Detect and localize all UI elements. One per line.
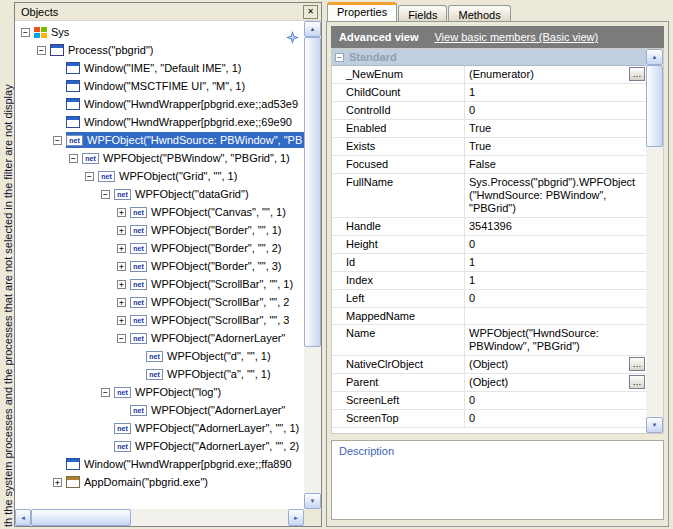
close-button[interactable]: ✕ xyxy=(303,5,318,19)
property-row[interactable]: MappedName xyxy=(332,308,646,325)
scroll-up-icon[interactable]: ▲ xyxy=(304,21,321,37)
tree-node[interactable]: Window("MSCTFIME UI", "M", 1) xyxy=(15,77,304,95)
net-icon: net xyxy=(130,315,147,326)
expand-icon[interactable]: + xyxy=(117,226,126,235)
close-icon: ✕ xyxy=(307,8,314,16)
property-row[interactable]: Id1 xyxy=(332,254,646,272)
collapse-icon[interactable]: − xyxy=(85,172,94,181)
tree-node[interactable]: −netWPFObject("AdornerLayer" xyxy=(15,329,304,347)
net-icon: net xyxy=(130,279,147,290)
property-row[interactable]: FullNameSys.Process("pbgrid").WPFObject … xyxy=(332,174,646,218)
tree-node[interactable]: −netWPFObject("Grid", "", 1) xyxy=(15,167,304,185)
expand-icon[interactable]: + xyxy=(117,316,126,325)
tree-node-label: WPFObject("a", "", 1) xyxy=(167,368,271,380)
tree-node[interactable]: −netWPFObject("log") xyxy=(15,383,304,401)
collapse-icon[interactable]: − xyxy=(117,334,126,343)
scroll-down-icon[interactable]: ▼ xyxy=(304,493,321,509)
tree-node[interactable]: +netWPFObject("ScrollBar", "", 2 xyxy=(15,293,304,311)
property-row[interactable]: Left0 xyxy=(332,290,646,308)
collapse-icon[interactable]: − xyxy=(69,154,78,163)
tree-node[interactable]: Window("IME", "Default IME", 1) xyxy=(15,59,304,77)
property-group-standard[interactable]: − Standard xyxy=(332,49,646,66)
collapse-icon[interactable]: − xyxy=(53,136,62,145)
scroll-track[interactable] xyxy=(646,65,663,417)
scroll-thumb[interactable] xyxy=(646,65,663,147)
property-row[interactable]: NativeClrObject(Object)… xyxy=(332,356,646,374)
expand-icon[interactable]: + xyxy=(117,208,126,217)
tree-node-label: WPFObject("AdornerLayer" xyxy=(151,404,285,416)
collapse-icon[interactable]: − xyxy=(335,53,344,62)
process-icon xyxy=(50,44,64,56)
expand-icon[interactable]: + xyxy=(117,280,126,289)
tree-node[interactable]: Window("HwndWrapper[pbgrid.exe;;69e90 xyxy=(15,113,304,131)
basic-view-link[interactable]: View basic members (Basic view) xyxy=(434,31,598,43)
property-row[interactable]: ScreenLeft0 xyxy=(332,392,646,410)
scroll-right-icon[interactable]: ► xyxy=(288,509,304,526)
scroll-track[interactable] xyxy=(31,509,288,526)
property-value: Sys.Process("pbgrid").WPFObject ("HwndSo… xyxy=(465,174,646,217)
tree-node[interactable]: +netWPFObject("ScrollBar", "", 3 xyxy=(15,311,304,329)
tree-horizontal-scrollbar[interactable]: ◄ ► xyxy=(15,509,304,526)
tree-node[interactable]: netWPFObject("a", "", 1) xyxy=(15,365,304,383)
tree-node[interactable]: −Process("pbgrid") xyxy=(15,41,304,59)
tree-node[interactable]: Window("HwndWrapper[pbgrid.exe;;ffa890 xyxy=(15,455,304,473)
window-icon xyxy=(66,80,80,92)
tree-node[interactable]: −Sys xyxy=(15,23,304,41)
property-row[interactable]: ChildCount1 xyxy=(332,84,646,102)
ellipsis-button[interactable]: … xyxy=(629,67,645,81)
net-icon: net xyxy=(114,441,131,452)
property-row[interactable]: Handle3541396 xyxy=(332,218,646,236)
property-row[interactable]: NameWPFObject("HwndSource: PBWindow", "P… xyxy=(332,325,646,356)
property-row[interactable]: Parent(Object)… xyxy=(332,374,646,392)
tree-node-label: Window("HwndWrapper[pbgrid.exe;;ad53e9 xyxy=(84,98,298,110)
tree-node[interactable]: netWPFObject("d", "", 1) xyxy=(15,347,304,365)
tree-vertical-scrollbar[interactable]: ▲ ▼ xyxy=(304,21,321,509)
tree-node[interactable]: +netWPFObject("ScrollBar", "", 1) xyxy=(15,275,304,293)
ellipsis-button[interactable]: … xyxy=(629,375,645,389)
compass-icon[interactable] xyxy=(286,31,299,44)
property-row[interactable]: ScreenTop0 xyxy=(332,410,646,428)
property-row[interactable]: Height0 xyxy=(332,236,646,254)
property-row[interactable]: Index1 xyxy=(332,272,646,290)
tree-node[interactable]: +netWPFObject("Border", "", 1) xyxy=(15,221,304,239)
tree-node[interactable]: Window("HwndWrapper[pbgrid.exe;;ad53e9 xyxy=(15,95,304,113)
tree-node[interactable]: netWPFObject("AdornerLayer" xyxy=(15,401,304,419)
tree-node[interactable]: −netWPFObject("dataGrid") xyxy=(15,185,304,203)
collapse-icon[interactable]: − xyxy=(21,28,30,37)
scroll-left-icon[interactable]: ◄ xyxy=(15,509,31,526)
scroll-down-icon[interactable]: ▼ xyxy=(646,417,663,433)
collapse-icon[interactable]: − xyxy=(37,46,46,55)
property-row[interactable]: ControlId0 xyxy=(332,102,646,120)
tree-node[interactable]: netWPFObject("AdornerLayer", "", 2) xyxy=(15,437,304,455)
expand-icon[interactable]: + xyxy=(53,478,62,487)
property-row[interactable]: FocusedFalse xyxy=(332,156,646,174)
ellipsis-button[interactable]: … xyxy=(629,357,645,371)
collapse-icon[interactable]: − xyxy=(101,190,110,199)
tab-fields[interactable]: Fields xyxy=(398,5,447,21)
expand-icon[interactable]: + xyxy=(117,244,126,253)
property-row[interactable]: _NewEnum(Enumerator)… xyxy=(332,66,646,84)
tree-node[interactable]: +netWPFObject("Canvas", "", 1) xyxy=(15,203,304,221)
scroll-thumb[interactable] xyxy=(304,37,321,347)
tree-node[interactable]: +netWPFObject("Border", "", 3) xyxy=(15,257,304,275)
collapse-icon[interactable]: − xyxy=(101,388,110,397)
tab-properties[interactable]: Properties xyxy=(327,2,397,21)
expand-icon[interactable]: + xyxy=(117,262,126,271)
property-name: Name xyxy=(332,325,465,355)
property-name: FullName xyxy=(332,174,465,217)
tree-node[interactable]: +netWPFObject("Border", "", 2) xyxy=(15,239,304,257)
property-row[interactable]: ExistsTrue xyxy=(332,138,646,156)
property-name: Left xyxy=(332,290,465,307)
expand-icon[interactable]: + xyxy=(117,298,126,307)
grid-vertical-scrollbar[interactable]: ▲ ▼ xyxy=(646,49,663,433)
tree-node[interactable]: +AppDomain("pbgrid.exe") xyxy=(15,473,304,491)
scroll-thumb[interactable] xyxy=(31,509,131,526)
tab-methods[interactable]: Methods xyxy=(448,5,510,21)
tree-node[interactable]: netWPFObject("AdornerLayer", "", 1) xyxy=(15,419,304,437)
net-icon: net xyxy=(82,153,99,164)
tree-node[interactable]: −netWPFObject("PBWindow", "PBGrid", 1) xyxy=(15,149,304,167)
scroll-track[interactable] xyxy=(304,37,321,493)
tree-node[interactable]: −netWPFObject("HwndSource: PBWindow", "P… xyxy=(15,131,304,149)
scroll-up-icon[interactable]: ▲ xyxy=(646,49,663,65)
property-row[interactable]: EnabledTrue xyxy=(332,120,646,138)
